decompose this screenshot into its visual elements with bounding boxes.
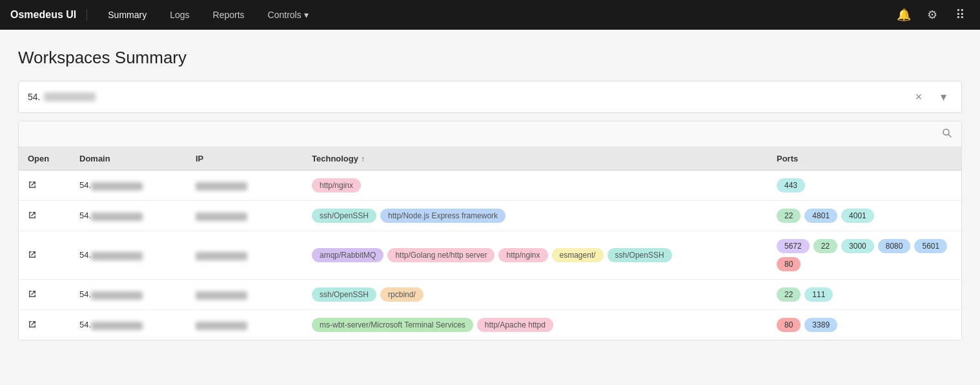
- brand-logo: Osmedeus UI: [10, 9, 87, 21]
- ports-cell: 22111: [768, 280, 961, 310]
- technology-cell: http/nginx: [303, 171, 768, 201]
- table-row: 54.ms-wbt-server/Microsoft Terminal Serv…: [19, 310, 961, 340]
- chevron-down-icon: ▾: [304, 10, 309, 20]
- technology-badge: http/nginx: [312, 178, 361, 192]
- technology-badge: http/Golang net/http server: [387, 248, 495, 262]
- workspace-selector-controls: × ▾: [910, 88, 952, 106]
- ip-cell: [187, 310, 303, 340]
- domain-blurred: [91, 322, 143, 330]
- external-link-icon[interactable]: [28, 251, 37, 261]
- workspace-expand-button[interactable]: ▾: [934, 88, 952, 106]
- table-search-button[interactable]: [942, 128, 952, 141]
- domain-blurred: [91, 291, 143, 300]
- port-badge: 3000: [841, 239, 874, 253]
- port-badge: 22: [813, 239, 837, 253]
- domain-blurred: [91, 252, 143, 260]
- table-row: 54.ssh/OpenSSHrpcbind/22111: [19, 280, 961, 310]
- port-badge: 80: [777, 257, 801, 271]
- col-header-open: Open: [19, 147, 70, 171]
- open-link-cell: [19, 231, 70, 280]
- open-link-cell: [19, 201, 70, 231]
- col-header-technology[interactable]: Technology ↑: [303, 147, 768, 171]
- open-link-cell: [19, 280, 70, 310]
- technology-badge: http/Node.js Express framework: [380, 209, 505, 223]
- col-header-domain: Domain: [70, 147, 187, 171]
- table-row: 54.http/nginx443: [19, 171, 961, 201]
- nav-item-reports[interactable]: Reports: [203, 5, 255, 25]
- technology-cell: ssh/OpenSSHhttp/Node.js Express framewor…: [303, 201, 768, 231]
- technology-badge: ssh/OpenSSH: [312, 209, 376, 223]
- settings-icon[interactable]: ⚙: [923, 6, 941, 24]
- ports-cell: 803389: [768, 310, 961, 340]
- data-table-container: Open Domain IP Technology ↑: [18, 121, 962, 340]
- port-badge: 5601: [914, 239, 947, 253]
- technology-badge: ssh/OpenSSH: [312, 287, 376, 302]
- port-badge: 443: [777, 178, 805, 192]
- workspaces-table: Open Domain IP Technology ↑: [19, 147, 961, 340]
- grid-icon[interactable]: ⠿: [952, 6, 970, 24]
- domain-cell: 54.: [70, 310, 187, 340]
- technology-badge: amqp/RabbitMQ: [312, 248, 383, 262]
- ports-cell: 56722230008080560180: [768, 231, 961, 280]
- page-title: Workspaces Summary: [18, 48, 962, 68]
- external-link-icon[interactable]: [28, 181, 37, 191]
- nav-icons: 🔔 ⚙ ⠿: [895, 6, 970, 24]
- page-content: Workspaces Summary 54. × ▾: [0, 30, 980, 385]
- technology-badge: rpcbind/: [380, 287, 424, 302]
- nav-item-controls[interactable]: Controls ▾: [258, 5, 319, 25]
- workspace-selector[interactable]: 54. × ▾: [18, 81, 962, 113]
- ip-blurred: [196, 252, 247, 260]
- domain-cell: 54.: [70, 201, 187, 231]
- workspace-selector-value: 54.: [28, 92, 96, 102]
- svg-line-1: [948, 134, 951, 137]
- technology-badge: esmagent/: [552, 248, 604, 262]
- table-row: 54.amqp/RabbitMQhttp/Golang net/http ser…: [19, 231, 961, 280]
- ip-blurred: [196, 291, 247, 300]
- table-toolbar: [19, 121, 961, 147]
- open-link-cell: [19, 310, 70, 340]
- technology-badge: http/Apache httpd: [477, 318, 553, 332]
- col-header-ip: IP: [187, 147, 303, 171]
- sort-arrow-icon: ↑: [361, 154, 365, 163]
- table-row: 54.ssh/OpenSSHhttp/Node.js Express frame…: [19, 201, 961, 231]
- nav-items: Summary Logs Reports Controls ▾: [97, 5, 895, 25]
- table-body: 54.http/nginx443 54.ssh/OpenSSHhttp/Node…: [19, 171, 961, 340]
- domain-blurred: [91, 213, 143, 221]
- workspace-ip-blurred: [44, 92, 96, 101]
- ip-cell: [187, 231, 303, 280]
- ports-cell: 443: [768, 171, 961, 201]
- technology-cell: ms-wbt-server/Microsoft Terminal Service…: [303, 310, 768, 340]
- external-link-icon[interactable]: [28, 211, 37, 222]
- ip-cell: [187, 171, 303, 201]
- port-badge: 80: [777, 318, 801, 332]
- domain-cell: 54.: [70, 171, 187, 201]
- table-header: Open Domain IP Technology ↑: [19, 147, 961, 171]
- col-header-ports: Ports: [768, 147, 961, 171]
- port-badge: 4801: [804, 209, 837, 223]
- domain-blurred: [91, 182, 143, 191]
- ip-blurred: [196, 322, 247, 330]
- ip-cell: [187, 280, 303, 310]
- technology-badge: ssh/OpenSSH: [607, 248, 672, 262]
- ip-cell: [187, 201, 303, 231]
- ports-cell: 2248014001: [768, 201, 961, 231]
- bell-icon[interactable]: 🔔: [895, 6, 913, 24]
- open-link-cell: [19, 171, 70, 201]
- nav-item-summary[interactable]: Summary: [97, 5, 157, 25]
- external-link-icon[interactable]: [28, 290, 37, 300]
- port-badge: 8080: [878, 239, 911, 253]
- technology-cell: amqp/RabbitMQhttp/Golang net/http server…: [303, 231, 768, 280]
- technology-badge: http/nginx: [498, 248, 547, 262]
- ip-blurred: [196, 213, 247, 221]
- technology-cell: ssh/OpenSSHrpcbind/: [303, 280, 768, 310]
- port-badge: 22: [777, 209, 801, 223]
- technology-badge: ms-wbt-server/Microsoft Terminal Service…: [312, 318, 473, 332]
- port-badge: 111: [804, 287, 833, 302]
- navbar: Osmedeus UI Summary Logs Reports Control…: [0, 0, 980, 30]
- ip-blurred: [196, 182, 247, 191]
- external-link-icon[interactable]: [28, 320, 37, 331]
- workspace-clear-button[interactable]: ×: [910, 88, 928, 106]
- nav-item-logs[interactable]: Logs: [159, 5, 199, 25]
- domain-cell: 54.: [70, 280, 187, 310]
- port-badge: 4001: [841, 209, 874, 223]
